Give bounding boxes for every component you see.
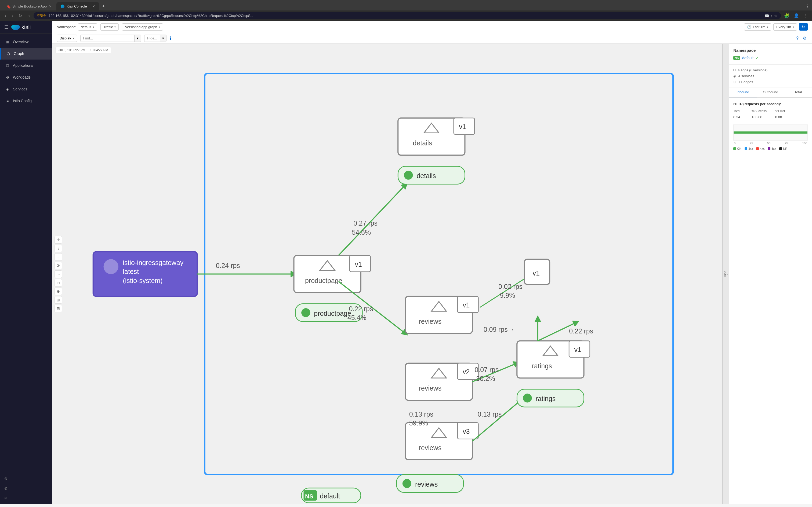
- metrics-tabs-container: Inbound Outbound Total: [729, 88, 812, 98]
- tab-outbound[interactable]: Outbound: [757, 88, 784, 97]
- tab-inbound[interactable]: Inbound: [729, 88, 757, 97]
- legend-3xx-label: 3xx: [748, 147, 753, 150]
- graph-icon: ⬡: [6, 52, 10, 56]
- extensions-button[interactable]: 🧩: [783, 12, 791, 19]
- svg-text:details: details: [413, 139, 432, 147]
- zoom-out-button[interactable]: →: [54, 253, 62, 261]
- ns-stats: □ 4 apps (6 versions) ◈ 4 services ⊕ 11 …: [729, 65, 812, 88]
- traffic-dropdown[interactable]: Traffic ▾: [100, 23, 119, 31]
- graph-type-dropdown[interactable]: Versioned app graph ▾: [122, 23, 163, 31]
- edges-stat-icon: ⊕: [733, 80, 737, 84]
- svg-text:reviews: reviews: [419, 318, 442, 325]
- traffic-label: Traffic: [103, 25, 113, 29]
- layout-button3[interactable]: ⊡: [54, 279, 62, 286]
- sidebar-item-overview[interactable]: ⊞ Overview: [0, 36, 52, 48]
- svg-text:v1: v1: [532, 269, 540, 277]
- settings-icon-btn[interactable]: ⊗: [2, 484, 50, 493]
- refresh-button[interactable]: ↻: [799, 23, 808, 31]
- legend-3xx: 3xx: [745, 147, 753, 150]
- namespace-name[interactable]: default: [742, 56, 754, 60]
- address-bar[interactable]: 不安全 192.168.153.102:31430/kiali/console/…: [34, 12, 781, 19]
- profile-button[interactable]: 👤: [793, 12, 800, 19]
- map-icon-btn[interactable]: ⊜: [2, 494, 50, 502]
- legend-ok-label: OK: [737, 147, 742, 150]
- svg-text:0.22 rps: 0.22 rps: [569, 327, 593, 335]
- legend-ok: OK: [733, 147, 742, 150]
- back-button[interactable]: ‹: [3, 12, 8, 19]
- legend-nr: NR: [779, 147, 787, 150]
- hide-panel-label: Hide: [723, 271, 727, 277]
- hide-select-group[interactable]: Hide... ▾: [144, 35, 167, 42]
- find-input-arrow[interactable]: ▾: [134, 35, 141, 42]
- legend-4xx: 4xx: [756, 147, 764, 150]
- axis-0: 0: [734, 142, 735, 145]
- metrics-title: HTTP (requests per second):: [733, 102, 808, 106]
- sidebar-item-graph[interactable]: ⬡ Graph: [0, 48, 52, 60]
- edges-stat-value: 11 edges: [739, 80, 753, 84]
- col-success: %Success: [752, 109, 773, 113]
- svg-text:0.27 rps: 0.27 rps: [353, 219, 377, 227]
- layout-button1[interactable]: ⟳: [54, 262, 62, 269]
- tab-close-kiali[interactable]: ✕: [92, 5, 95, 8]
- tab-close-bookstore[interactable]: ✕: [49, 5, 52, 8]
- legend-nr-dot: [779, 147, 782, 150]
- svg-text:v1: v1: [463, 301, 470, 309]
- val-total: 0.24: [733, 115, 750, 119]
- hide-panel-arrow: »: [727, 273, 728, 276]
- tab-bar-menu-icon[interactable]: ⋮: [806, 4, 810, 9]
- history-icon: 🕐: [747, 25, 751, 29]
- second-toolbar: Display ▾ ▾ Hide... ▾ ℹ ? ⚙: [52, 33, 812, 44]
- tab-kiali[interactable]: Kiali Console ✕: [56, 2, 99, 10]
- svg-text:istio-ingressgateway: istio-ingressgateway: [123, 259, 184, 266]
- share-icon[interactable]: ↑: [771, 14, 772, 18]
- find-input-group[interactable]: ▾: [80, 35, 141, 42]
- svg-text:0.22 rps: 0.22 rps: [349, 305, 373, 313]
- reload-button[interactable]: ↻: [17, 12, 23, 19]
- forward-button[interactable]: ›: [10, 12, 14, 19]
- every-time-dropdown[interactable]: Every 1m ▾: [773, 23, 797, 31]
- help-icon-btn[interactable]: ?: [795, 35, 800, 42]
- namespace-dropdown[interactable]: default ▾: [78, 23, 97, 31]
- zoom-in-button[interactable]: ↕: [54, 245, 62, 252]
- kiali-logo: kiali: [11, 24, 31, 30]
- graph-area: Jul 6, 10:03:27 PM ... 10:04:27 PM istio…: [52, 44, 812, 504]
- legend-ok-dot: [733, 147, 736, 150]
- bookmark-icon[interactable]: ☆: [774, 14, 778, 18]
- graph-canvas[interactable]: Jul 6, 10:03:27 PM ... 10:04:27 PM istio…: [52, 44, 729, 504]
- info-icon[interactable]: ℹ: [170, 36, 171, 41]
- svg-text:0.02 rps: 0.02 rps: [498, 283, 522, 290]
- reader-icon[interactable]: 📖: [764, 14, 769, 18]
- sidebar-item-istio-config[interactable]: ≡ Istio Config: [0, 95, 52, 107]
- more-button[interactable]: ⋮: [802, 12, 809, 19]
- tab-total[interactable]: Total: [784, 88, 812, 97]
- layout-button4[interactable]: ⊕: [54, 288, 62, 295]
- new-tab-button[interactable]: +: [100, 2, 107, 10]
- settings-icon-btn[interactable]: ⚙: [802, 35, 808, 42]
- legend-button[interactable]: ⊟: [54, 305, 62, 312]
- sidebar-item-workloads[interactable]: ⚙ Workloads: [0, 71, 52, 83]
- svg-text:productpage: productpage: [305, 277, 342, 284]
- namespace-info: NS default ✓: [733, 56, 808, 60]
- sidebar-item-applications[interactable]: □ Applications: [0, 60, 52, 71]
- svg-text:0.24 rps: 0.24 rps: [216, 262, 240, 269]
- hide-arrow-btn[interactable]: ▾: [160, 35, 166, 42]
- display-dropdown[interactable]: Display ▾: [57, 35, 77, 42]
- find-input-field[interactable]: [81, 35, 134, 42]
- layout-button2[interactable]: ⋯: [54, 270, 62, 278]
- svg-text:0.13 rps: 0.13 rps: [478, 410, 502, 418]
- svg-text:reviews: reviews: [419, 444, 442, 451]
- svg-text:0.09 rps→: 0.09 rps→: [484, 326, 514, 333]
- hide-panel[interactable]: Hide »: [722, 44, 729, 504]
- home-button[interactable]: ⌂: [26, 12, 32, 19]
- browser-actions: 🧩 👤 ⋮: [783, 12, 809, 19]
- svg-point-25: [404, 171, 413, 180]
- istio-config-icon: ≡: [5, 99, 10, 103]
- last-time-dropdown[interactable]: 🕐 Last 1m ▾: [744, 23, 771, 31]
- sidebar-item-services[interactable]: ◈ Services: [0, 83, 52, 95]
- tab-simple-bookstore[interactable]: 🔖 Simple Bookstore App ✕: [2, 2, 56, 10]
- minimap-button[interactable]: ⊞: [54, 296, 62, 304]
- mesh-icon-btn[interactable]: ⊕: [2, 474, 50, 483]
- fit-graph-button[interactable]: ✛: [54, 236, 62, 243]
- legend-nr-label: NR: [783, 147, 787, 150]
- hamburger-button[interactable]: ☰: [4, 24, 9, 30]
